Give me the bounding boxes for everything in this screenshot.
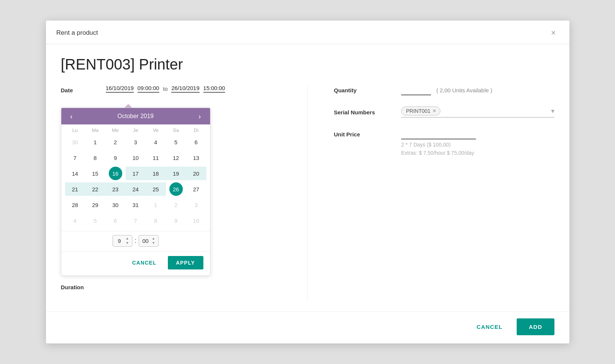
calendar-day[interactable]: 8: [89, 151, 102, 164]
time-minute-field[interactable]: 00 ▲ ▼: [139, 235, 159, 247]
add-button[interactable]: ADD: [517, 318, 554, 335]
date-field-row: Date 16/10/2019 09:00:00 to 26/10/2019 1…: [61, 85, 282, 93]
quantity-input[interactable]: [401, 85, 431, 95]
weekday-label: Sa: [166, 127, 186, 133]
calendar-footer: CANCEL APPLY: [61, 251, 210, 275]
serial-numbers-row: Serial Numbers PRINT001 × ▾: [334, 107, 554, 118]
calendar-day[interactable]: 3: [190, 198, 203, 212]
calendar-day[interactable]: 4: [68, 214, 82, 227]
calendar-day[interactable]: 25: [146, 182, 166, 196]
units-available: ( 2,00 Units Available ): [436, 87, 492, 93]
calendar-day[interactable]: 15: [89, 167, 102, 180]
calendar-day[interactable]: 7: [68, 151, 82, 164]
calendar-day[interactable]: 5: [169, 135, 183, 149]
calendar-day[interactable]: 1: [89, 135, 102, 149]
calendar-day[interactable]: 2: [109, 135, 122, 149]
hour-down[interactable]: ▼: [125, 241, 130, 245]
prev-month-button[interactable]: ‹: [68, 112, 75, 120]
calendar-day[interactable]: 18: [146, 167, 166, 180]
calendar-day[interactable]: 11: [149, 151, 163, 164]
calendar-popup: ‹ October 2019 › LuMaMeJeVeSaDi 30123456…: [61, 108, 210, 276]
calendar-day[interactable]: 7: [129, 214, 142, 227]
calendar-day[interactable]: 6: [109, 214, 122, 227]
calendar-day[interactable]: 5: [89, 214, 102, 227]
calendar-day[interactable]: 10: [129, 151, 142, 164]
main-cancel-button[interactable]: CANCEL: [469, 319, 510, 334]
close-button[interactable]: ×: [548, 27, 559, 38]
calendar-pointer: [124, 104, 132, 108]
calendar-day[interactable]: 24: [126, 182, 146, 196]
time-row: 9 ▲ ▼ : 00 ▲ ▼: [61, 231, 210, 251]
rent-dialog: Rent a product × [RENT003] Printer Date …: [46, 21, 569, 343]
serial-tag-remove[interactable]: ×: [433, 108, 436, 114]
hour-up[interactable]: ▲: [125, 237, 130, 241]
time-from[interactable]: 09:00:00: [138, 85, 159, 93]
price-col: 2 * 7 Days ($ 100,00) Extras: $ 7,50/hou…: [401, 129, 476, 156]
calendar-day[interactable]: 30: [109, 198, 122, 212]
calendar-day[interactable]: 16: [109, 167, 122, 180]
calendar-day[interactable]: 3: [129, 135, 142, 149]
serial-dropdown-icon[interactable]: ▾: [551, 107, 554, 115]
weekday-label: Me: [105, 127, 126, 133]
quantity-row: Quantity ( 2,00 Units Available ): [334, 85, 554, 95]
calendar-day[interactable]: 31: [129, 198, 142, 212]
calendar-day[interactable]: 23: [105, 182, 126, 196]
time-hour-field[interactable]: 9 ▲ ▼: [113, 235, 132, 247]
duration-field-row: Duration: [61, 282, 282, 290]
calendar-cancel-button[interactable]: CANCEL: [127, 256, 162, 269]
calendar-day[interactable]: 10: [190, 214, 203, 227]
calendar-day[interactable]: 13: [190, 151, 203, 164]
price-hint2: Extras: $ 7,50/hour $ 75,00/day: [401, 150, 476, 156]
weekday-label: Ve: [146, 127, 166, 133]
weekday-label: Lu: [65, 127, 85, 133]
date-to[interactable]: 26/10/2019: [171, 85, 199, 93]
minute-spinners: ▲ ▼: [151, 237, 156, 245]
month-label: October 2019: [117, 113, 154, 120]
time-to[interactable]: 15:00:00: [203, 85, 225, 93]
calendar-header: ‹ October 2019 ›: [61, 108, 210, 124]
weekday-label: Di: [186, 127, 206, 133]
weekday-label: Ma: [85, 127, 105, 133]
hour-spinners: ▲ ▼: [125, 237, 130, 245]
weekday-label: Je: [126, 127, 146, 133]
date-to-separator: to: [163, 86, 168, 92]
next-month-button[interactable]: ›: [196, 112, 203, 120]
calendar-day[interactable]: 1: [149, 198, 163, 212]
date-from[interactable]: 16/10/2019: [106, 85, 134, 93]
dialog-footer: CANCEL ADD: [46, 311, 569, 343]
date-range: 16/10/2019 09:00:00 to 26/10/2019 15:00:…: [106, 85, 225, 93]
right-column: Quantity ( 2,00 Units Available ) Serial…: [334, 85, 554, 301]
calendar-apply-button[interactable]: APPLY: [168, 256, 203, 269]
calendar-day[interactable]: 30: [68, 135, 82, 149]
calendar-day[interactable]: 6: [190, 135, 203, 149]
date-label: Date: [61, 85, 106, 93]
minute-up[interactable]: ▲: [151, 237, 156, 241]
calendar-day[interactable]: 14: [68, 167, 82, 180]
calendar-day[interactable]: 29: [89, 198, 102, 212]
calendar-day[interactable]: 8: [149, 214, 163, 227]
calendar-day[interactable]: 12: [169, 151, 183, 164]
calendar-day[interactable]: 9: [109, 151, 122, 164]
calendar-day[interactable]: 9: [169, 214, 183, 227]
calendar-day[interactable]: 17: [126, 167, 146, 180]
serial-numbers-label: Serial Numbers: [334, 109, 401, 115]
calendar-day[interactable]: 28: [68, 198, 82, 212]
quantity-label: Quantity: [334, 87, 401, 93]
minute-down[interactable]: ▼: [151, 241, 156, 245]
unit-price-input[interactable]: [401, 129, 476, 139]
calendar-weekdays: LuMaMeJeVeSaDi: [65, 124, 206, 135]
calendar-day[interactable]: 27: [190, 182, 203, 196]
serial-numbers-field[interactable]: PRINT001 × ▾: [401, 107, 554, 118]
dialog-title: Rent a product: [56, 29, 98, 37]
calendar-day[interactable]: 21: [65, 182, 85, 196]
calendar-day[interactable]: 22: [85, 182, 105, 196]
calendar-day[interactable]: 4: [149, 135, 163, 149]
calendar-day[interactable]: 19: [166, 167, 186, 180]
calendar-day[interactable]: 26: [169, 182, 183, 196]
serial-tag-label: PRINT001: [406, 108, 430, 114]
dialog-header: Rent a product ×: [46, 21, 569, 44]
calendar-day[interactable]: 2: [169, 198, 183, 212]
minute-value: 00: [141, 238, 150, 244]
calendar-container: ‹ October 2019 › LuMaMeJeVeSaDi 30123456…: [61, 104, 282, 276]
calendar-day[interactable]: 20: [186, 167, 206, 180]
